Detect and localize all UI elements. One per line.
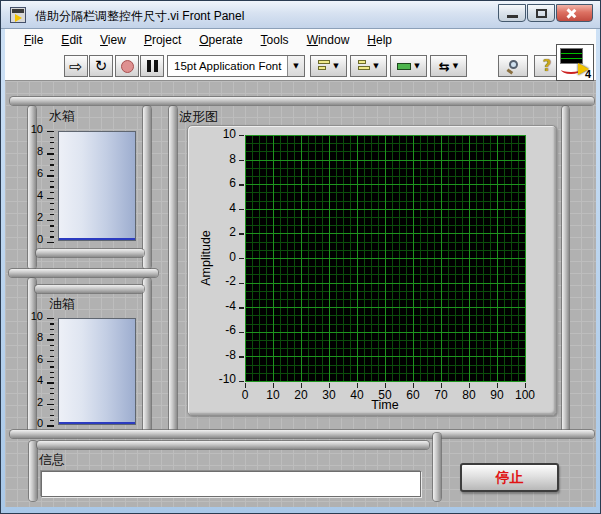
search-button[interactable] (498, 55, 528, 77)
run-button[interactable]: ⇨ (64, 55, 88, 77)
reorder-dropdown[interactable]: ⇆ ▼ (430, 55, 467, 77)
labview-front-panel-window: 借助分隔栏调整控件尺寸.vi Front Panel File Edit Vie… (0, 0, 601, 514)
resize-objects-icon (397, 63, 411, 70)
y-tick-label: 6 (206, 176, 236, 190)
splitter-bar-main-vertical[interactable] (169, 106, 177, 436)
menu-view[interactable]: View (91, 30, 135, 50)
tank-oil[interactable] (58, 318, 136, 425)
run-continuous-button[interactable]: ↻ (89, 55, 113, 77)
run-arrow-icon: ⇨ (69, 57, 82, 76)
menu-bar: File Edit View Project Operate Tools Win… (5, 29, 596, 51)
tank-scale-label: 2 (17, 396, 43, 408)
waveform-graph-label: 波形图 (179, 108, 218, 126)
tank-scale-label: 6 (17, 167, 43, 179)
tank-scale-label: 0 (17, 417, 43, 429)
y-tick-label: 2 (206, 225, 236, 239)
splitter-bar[interactable] (9, 269, 158, 277)
tank-oil-label: 油箱 (49, 295, 75, 313)
tank-minor-ticks (50, 131, 54, 243)
y-tick-label: 10 (206, 127, 236, 141)
abort-icon (121, 60, 134, 73)
tank-scale-label: 4 (17, 189, 43, 201)
tank-scale-label: 8 (17, 331, 43, 343)
stop-button[interactable]: 停止 (460, 463, 559, 492)
chevron-down-icon: ▼ (333, 62, 338, 70)
splitter-bar-top[interactable] (10, 97, 594, 105)
plot-area (245, 135, 526, 382)
vi-icon-badge: 4 (585, 68, 591, 80)
pause-icon (147, 60, 158, 72)
close-button[interactable] (556, 4, 593, 22)
menu-project[interactable]: Project (135, 30, 190, 50)
reorder-icon: ⇆ (439, 59, 450, 74)
y-tick-label: -6 (206, 323, 236, 337)
maximize-icon (536, 9, 547, 18)
tank-scale-label: 10 (17, 123, 43, 135)
window-content: File Edit View Project Operate Tools Win… (5, 29, 596, 507)
y-axis-ticks (239, 135, 244, 382)
x-axis-label: Time (295, 398, 475, 412)
run-continuous-icon: ↻ (95, 57, 108, 75)
tank-scale-label: 2 (17, 211, 43, 223)
splitter-bar[interactable] (143, 106, 151, 269)
title-bar[interactable]: 借助分隔栏调整控件尺寸.vi Front Panel (1, 1, 600, 29)
tank-oil-fill-level (59, 422, 135, 424)
tank-water-fill-level (59, 238, 135, 240)
menu-operate[interactable]: Operate (190, 30, 251, 50)
vi-panel-icon[interactable]: 4 (556, 44, 594, 81)
vi-window-icon (10, 7, 26, 23)
x-tick-label: 10 (258, 388, 288, 402)
tank-scale-label: 10 (17, 310, 43, 322)
chevron-down-icon: ▼ (293, 62, 298, 70)
menu-file[interactable]: File (15, 30, 52, 50)
font-selector-arrow[interactable]: ▼ (287, 56, 304, 76)
align-objects-dropdown[interactable]: ▼ (310, 55, 347, 77)
x-tick-label: 90 (482, 388, 512, 402)
splitter-bar-bottom[interactable] (10, 430, 594, 438)
splitter-bar[interactable] (29, 441, 37, 501)
info-string-field[interactable] (41, 471, 421, 497)
abort-button[interactable] (115, 55, 139, 77)
tank-scale-label: 0 (17, 233, 43, 245)
y-tick-label: -2 (206, 274, 236, 288)
tank-minor-ticks (50, 318, 54, 427)
tank-scale-label: 8 (17, 145, 43, 157)
splitter-bar[interactable] (562, 106, 569, 436)
menu-edit[interactable]: Edit (52, 30, 91, 50)
info-label: 信息 (39, 451, 65, 469)
distribute-objects-icon (358, 60, 370, 72)
help-icon: ? (543, 57, 552, 75)
tank-water[interactable] (58, 131, 136, 241)
chevron-down-icon: ▼ (453, 62, 458, 70)
pause-button[interactable] (140, 55, 164, 77)
menu-help[interactable]: Help (358, 30, 401, 50)
splitter-bar[interactable] (36, 249, 144, 257)
align-objects-icon (318, 60, 330, 72)
stop-button-label: 停止 (496, 469, 524, 487)
splitter-bar[interactable] (35, 285, 144, 293)
front-panel: 水箱 10 8 6 4 2 0 油箱 10 8 6 4 2 0 (5, 81, 596, 507)
waveform-graph: Amplitude 10 8 6 4 2 0 -2 -4 -6 -8 -10 0… (187, 125, 557, 416)
y-tick-label: 4 (206, 201, 236, 215)
distribute-objects-dropdown[interactable]: ▼ (350, 55, 387, 77)
x-tick-label: 0 (230, 388, 260, 402)
font-selector[interactable]: 15pt Application Font ▼ (167, 55, 305, 77)
resize-objects-dropdown[interactable]: ▼ (390, 55, 427, 77)
tank-water-label: 水箱 (49, 107, 75, 125)
chevron-down-icon: ▼ (414, 62, 419, 70)
y-tick-label: 8 (206, 152, 236, 166)
tank-scale-label: 6 (17, 353, 43, 365)
maximize-button[interactable] (527, 4, 555, 22)
x-tick-label: 100 (510, 388, 540, 402)
chevron-down-icon: ▼ (373, 62, 378, 70)
splitter-bar[interactable] (433, 433, 441, 501)
menu-window[interactable]: Window (298, 30, 359, 50)
y-tick-label: -4 (206, 299, 236, 313)
window-title: 借助分隔栏调整控件尺寸.vi Front Panel (35, 8, 244, 25)
minimize-icon (507, 15, 518, 18)
waveform-mini-icon (560, 48, 583, 64)
splitter-bar[interactable] (143, 278, 151, 435)
minimize-button[interactable] (498, 4, 526, 22)
menu-tools[interactable]: Tools (252, 30, 298, 50)
splitter-bar[interactable] (37, 441, 429, 449)
